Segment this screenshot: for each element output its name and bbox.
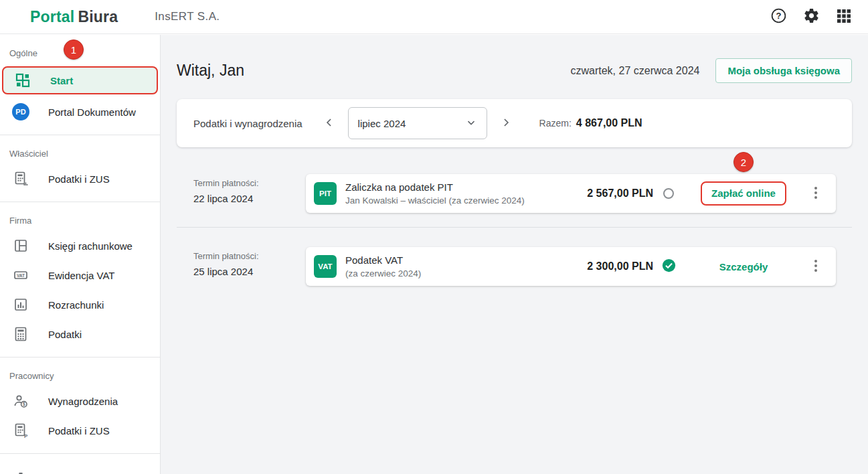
sidebar-item-label: Portal Dokumentów [48, 106, 136, 118]
payment-status [661, 188, 677, 199]
sidebar-item-label: Ewidencja VAT [48, 270, 115, 281]
payment-status [661, 258, 677, 275]
payment-card-vat: VAT Podatek VAT (za czerwiec 2024) 2 300… [306, 247, 836, 286]
payment-row-pit: Termin płatności: 22 lipca 2024 PIT Zali… [177, 174, 852, 213]
section-label-pracownicy: Pracownicy [0, 359, 160, 386]
sidebar-item-ustawienia[interactable]: Ustawienia [0, 465, 160, 474]
sidebar-item-start[interactable]: Start [2, 66, 158, 94]
row-divider [177, 227, 852, 228]
bar-chart-icon [12, 297, 29, 313]
period-select-value: lipiec 2024 [358, 118, 406, 129]
sidebar-item-label: Podatki [48, 329, 82, 340]
annotation-step-2: 2 [733, 152, 754, 172]
gear-icon [803, 7, 820, 26]
apps-grid-icon [836, 8, 852, 26]
payment-amount: 2 567,00 PLN [587, 187, 653, 200]
sidebar: Ogólne 1 Start PD Portal Dokumentów Właś… [0, 35, 161, 474]
details-link[interactable]: Szczegóły [719, 261, 768, 272]
portal-dokumentow-icon: PD [12, 103, 29, 121]
apps-menu-button[interactable] [835, 7, 853, 26]
sidebar-item-label: Start [50, 75, 73, 86]
payment-title: Zaliczka na podatek PIT [345, 181, 525, 193]
filter-title: Podatki i wynagrodzenia [193, 118, 302, 129]
vat-badge: VAT [314, 255, 337, 278]
svg-text:P: P [24, 433, 28, 439]
chevron-down-icon [465, 116, 477, 131]
sidebar-item-label: Wynagrodzenia [48, 396, 118, 407]
sidebar-item-label: Podatki i ZUS [48, 425, 110, 437]
next-period-button[interactable] [497, 114, 515, 133]
main-content: Witaj, Jan czwartek, 27 czerwca 2024 Moj… [161, 35, 868, 474]
due-date-block: Termin płatności: 22 lipca 2024 [177, 174, 306, 213]
period-filter-bar: Podatki i wynagrodzenia lipiec 2024 Raze… [177, 99, 852, 147]
chevron-right-icon [499, 116, 513, 131]
paid-check-icon [662, 258, 676, 275]
help-button[interactable]: ? [769, 7, 788, 26]
pay-online-link[interactable]: Zapłać online [711, 187, 776, 199]
total-label: Razem: [539, 118, 572, 129]
gear-icon [12, 471, 29, 474]
settings-button[interactable] [802, 7, 820, 26]
unpaid-radio-icon[interactable] [663, 188, 674, 199]
calculator-p-icon: P [12, 422, 29, 439]
sidebar-section-wlasciciel: Właściciel Podatki i ZUS [0, 135, 160, 202]
sidebar-item-ewidencja-vat[interactable]: VAT Ewidencja VAT [0, 260, 160, 290]
sidebar-item-wynagrodzenia[interactable]: $ Wynagrodzenia [0, 386, 160, 416]
sidebar-item-rozrachunki[interactable]: Rozrachunki [0, 290, 160, 319]
app-logo-secondary: Biura [78, 8, 118, 25]
annotation-step-1: 1 [64, 40, 84, 60]
app-window: PortalBiura InsERT S.A. ? Ogóln [0, 0, 868, 474]
annotation-box-pay-online: 2 Zapłać online [701, 181, 786, 206]
kebab-icon [810, 185, 822, 203]
app-logo-primary: Portal [30, 8, 74, 25]
page-title: Witaj, Jan [177, 62, 244, 80]
sidebar-item-label: Rozrachunki [48, 299, 104, 311]
due-date-label: Termin płatności: [193, 251, 306, 261]
payment-row-vat: Termin płatności: 25 lipca 2024 VAT Poda… [177, 247, 852, 286]
section-label-wlasciciel: Właściciel [0, 137, 160, 164]
total-value: 4 867,00 PLN [576, 117, 642, 129]
vat-stamp-icon: VAT [12, 267, 29, 283]
kebab-icon [810, 258, 822, 276]
current-date: czwartek, 27 czerwca 2024 [570, 65, 699, 77]
dashboard-icon [14, 72, 31, 88]
section-label-firma: Firma [0, 204, 160, 231]
ledger-icon [12, 238, 29, 254]
payment-card-pit: PIT Zaliczka na podatek PIT Jan Kowalski… [306, 174, 836, 213]
sidebar-item-portal-dokumentow[interactable]: PD Portal Dokumentów [0, 97, 160, 127]
help-icon: ? [770, 7, 787, 26]
accountant-service-button[interactable]: Moja obsługa księgowa [715, 58, 852, 83]
chevron-left-icon [323, 116, 336, 131]
svg-text:VAT: VAT [17, 273, 25, 278]
company-name: InsERT S.A. [155, 10, 220, 23]
svg-text:$: $ [23, 402, 25, 407]
due-date-label: Termin płatności: [193, 178, 306, 188]
pit-badge: PIT [314, 182, 337, 205]
previous-period-button[interactable] [320, 114, 339, 133]
sidebar-section-settings: Ustawienia [0, 453, 160, 474]
due-date-value: 22 lipca 2024 [193, 193, 306, 204]
due-date-block: Termin płatności: 25 lipca 2024 [177, 247, 306, 286]
calculator-chart-icon [12, 171, 29, 187]
period-select[interactable]: lipiec 2024 [348, 107, 487, 139]
calculator-icon [12, 326, 29, 342]
app-logo[interactable]: PortalBiura [30, 8, 118, 26]
sidebar-section-firma: Firma Księgi rachunkowe VAT Ewidencja VA… [0, 202, 160, 357]
app-header: PortalBiura InsERT S.A. ? [0, 0, 868, 34]
sidebar-item-podatki-zus-pracownicy[interactable]: P Podatki i ZUS [0, 416, 160, 445]
payment-menu-button[interactable] [806, 183, 825, 204]
svg-text:?: ? [776, 11, 781, 21]
payment-subtitle: Jan Kowalski – właściciel (za czerwiec 2… [345, 195, 525, 206]
payment-title: Podatek VAT [345, 254, 421, 266]
sidebar-section-ogolne: Ogólne 1 Start PD Portal Dokumentów [0, 35, 160, 135]
payment-menu-button[interactable] [806, 256, 825, 277]
sidebar-item-ksiegi-rachunkowe[interactable]: Księgi rachunkowe [0, 231, 160, 260]
sidebar-item-label: Księgi rachunkowe [48, 240, 133, 252]
header-icon-group: ? [769, 7, 853, 26]
sidebar-section-pracownicy: Pracownicy $ Wynagrodzenia P Podatki i Z… [0, 357, 160, 453]
sidebar-item-podatki-zus-wlasciciel[interactable]: Podatki i ZUS [0, 164, 160, 193]
payment-subtitle: (za czerwiec 2024) [345, 268, 421, 279]
sidebar-item-podatki[interactable]: Podatki [0, 319, 160, 349]
due-date-value: 25 lipca 2024 [193, 266, 306, 277]
greeting-row: Witaj, Jan czwartek, 27 czerwca 2024 Moj… [177, 58, 852, 83]
